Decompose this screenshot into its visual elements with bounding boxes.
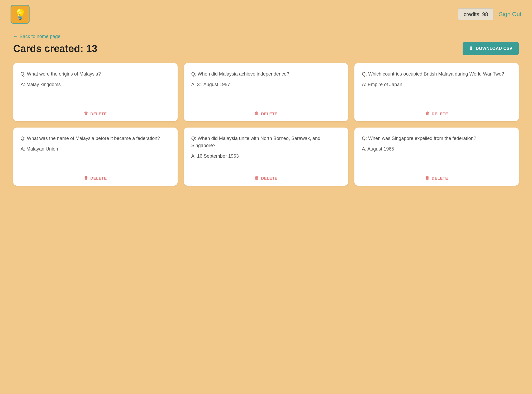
delete-button[interactable]: 🗑 DELETE: [84, 176, 107, 180]
card-question: Q: When was Singapore expelled from the …: [362, 135, 511, 142]
delete-button[interactable]: 🗑 DELETE: [425, 111, 448, 116]
logo: 💡: [11, 5, 30, 24]
card-question: Q: When did Malaysia achieve independenc…: [191, 71, 341, 78]
card-item: Q: What was the name of Malaysia before …: [13, 128, 178, 186]
delete-label: DELETE: [90, 176, 107, 180]
header: 💡 credits: 98 Sign Out: [0, 0, 532, 29]
card-question: Q: When did Malaysia unite with North Bo…: [191, 135, 341, 149]
card-content: Q: When did Malaysia unite with North Bo…: [191, 135, 341, 167]
sign-out-button[interactable]: Sign Out: [499, 11, 521, 18]
page-title: Cards created: 13: [13, 43, 97, 54]
card-footer: 🗑 DELETE: [191, 172, 341, 180]
delete-button[interactable]: 🗑 DELETE: [255, 176, 278, 180]
credits-badge: credits: 98: [458, 8, 493, 20]
delete-label: DELETE: [261, 176, 277, 180]
card-content: Q: What were the origins of Malaysia? A:…: [21, 71, 170, 102]
card-footer: 🗑 DELETE: [21, 107, 170, 116]
trash-icon: 🗑: [255, 111, 259, 116]
delete-button[interactable]: 🗑 DELETE: [255, 111, 278, 116]
card-item: Q: When was Singapore expelled from the …: [354, 128, 519, 186]
card-content: Q: When did Malaysia achieve independenc…: [191, 71, 341, 102]
card-content: Q: When was Singapore expelled from the …: [362, 135, 511, 167]
delete-button[interactable]: 🗑 DELETE: [84, 111, 107, 116]
page-header: Cards created: 13 ⬇ DOWNLOAD CSV: [13, 42, 519, 55]
card-question: Q: What was the name of Malaysia before …: [21, 135, 170, 142]
card-answer: A: Empire of Japan: [362, 82, 511, 87]
back-link-label: Back to home page: [20, 34, 60, 39]
trash-icon: 🗑: [425, 176, 430, 180]
card-footer: 🗑 DELETE: [362, 107, 511, 116]
delete-label: DELETE: [90, 111, 107, 116]
delete-button[interactable]: 🗑 DELETE: [425, 176, 448, 180]
card-answer: A: 31 August 1957: [191, 82, 341, 87]
cards-grid: Q: What were the origins of Malaysia? A:…: [13, 63, 519, 186]
delete-label: DELETE: [432, 176, 448, 180]
trash-icon: 🗑: [255, 176, 259, 180]
card-question: Q: What were the origins of Malaysia?: [21, 71, 170, 78]
download-icon: ⬇: [469, 46, 473, 51]
back-to-home-link[interactable]: ← Back to home page: [13, 34, 60, 39]
card-footer: 🗑 DELETE: [362, 172, 511, 180]
card-answer: A: Malayan Union: [21, 146, 170, 152]
download-btn-label: DOWNLOAD CSV: [476, 46, 512, 51]
card-item: Q: When did Malaysia unite with North Bo…: [184, 128, 348, 186]
main-content: ← Back to home page Cards created: 13 ⬇ …: [0, 29, 532, 196]
header-right: credits: 98 Sign Out: [458, 8, 521, 20]
credits-label: credits: 98: [464, 11, 488, 17]
card-item: Q: What were the origins of Malaysia? A:…: [13, 63, 178, 121]
card-item: Q: When did Malaysia achieve independenc…: [184, 63, 348, 121]
logo-bulb-icon: 💡: [14, 8, 26, 20]
download-csv-button[interactable]: ⬇ DOWNLOAD CSV: [463, 42, 519, 55]
back-arrow-icon: ←: [13, 34, 18, 39]
card-answer: A: August 1965: [362, 146, 511, 152]
card-item: Q: Which countries occupied British Mala…: [354, 63, 519, 121]
card-answer: A: 16 September 1963: [191, 153, 341, 159]
card-footer: 🗑 DELETE: [191, 107, 341, 116]
card-footer: 🗑 DELETE: [21, 172, 170, 180]
trash-icon: 🗑: [425, 111, 430, 116]
card-question: Q: Which countries occupied British Mala…: [362, 71, 511, 78]
delete-label: DELETE: [261, 111, 277, 116]
card-answer: A: Malay kingdoms: [21, 82, 170, 87]
trash-icon: 🗑: [84, 111, 88, 116]
card-content: Q: What was the name of Malaysia before …: [21, 135, 170, 167]
trash-icon: 🗑: [84, 176, 88, 180]
card-content: Q: Which countries occupied British Mala…: [362, 71, 511, 102]
delete-label: DELETE: [432, 111, 448, 116]
